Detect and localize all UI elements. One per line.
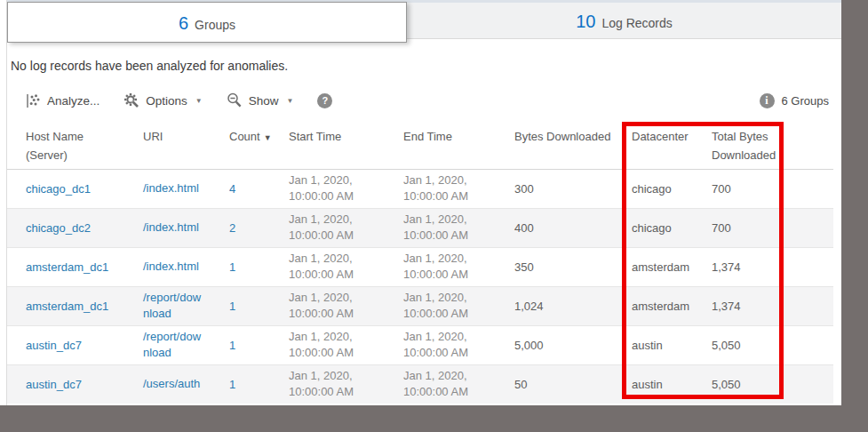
col-header-host[interactable]: Host Name (Server) xyxy=(7,122,143,169)
table-row: amsterdam_dc1 /report/download 1 Jan 1, … xyxy=(7,286,833,325)
count-link[interactable]: 1 xyxy=(229,339,235,352)
total-bytes-cell: 1,374 xyxy=(712,286,833,325)
show-label: Show xyxy=(249,94,279,108)
bytes-cell: 350 xyxy=(514,247,632,286)
bytes-cell: 5,000 xyxy=(514,325,632,364)
tab-bar: 10 Log Records 6 Groups xyxy=(7,0,841,43)
groups-label: Groups xyxy=(195,18,235,32)
datacenter-cell: austin xyxy=(632,364,712,404)
uri-link[interactable]: /users/auth xyxy=(143,376,200,392)
sort-descending-icon[interactable]: ▼ xyxy=(264,133,272,142)
uri-link[interactable]: /index.html xyxy=(143,259,199,275)
log-records-label: Log Records xyxy=(601,16,672,30)
options-button[interactable]: Options ▼ xyxy=(123,92,202,108)
end-time-cell: Jan 1, 2020,10:00:00 AM xyxy=(403,364,514,404)
table-header-row: Host Name (Server) URI Count▼ Start Time… xyxy=(7,122,833,169)
col-header-uri[interactable]: URI xyxy=(143,122,229,169)
uri-link[interactable]: /index.html xyxy=(143,220,199,236)
bytes-cell: 1,024 xyxy=(514,286,632,325)
groups-summary: 6 Groups xyxy=(782,94,829,108)
end-time-cell: Jan 1, 2020,10:00:00 AM xyxy=(403,208,514,247)
start-time-cell: Jan 1, 2020,10:00:00 AM xyxy=(289,169,403,208)
count-link[interactable]: 1 xyxy=(229,300,235,313)
table-toolbar: Analyze... xyxy=(7,87,841,114)
start-time-cell: Jan 1, 2020,10:00:00 AM xyxy=(289,364,403,404)
uri-link[interactable]: /report/download xyxy=(143,329,203,361)
end-time-cell: Jan 1, 2020,10:00:00 AM xyxy=(403,325,514,364)
table-row: austin_dc7 /users/auth 1 Jan 1, 2020,10:… xyxy=(7,364,833,404)
datacenter-cell: austin xyxy=(632,325,712,364)
bytes-cell: 50 xyxy=(514,364,632,404)
end-time-cell: Jan 1, 2020,10:00:00 AM xyxy=(403,169,514,208)
table-row: amsterdam_dc1 /index.html 1 Jan 1, 2020,… xyxy=(7,247,833,286)
uri-link[interactable]: /index.html xyxy=(143,180,199,196)
toolbar-right-group: i 6 Groups xyxy=(760,93,829,108)
show-button[interactable]: Show ▼ xyxy=(227,92,294,108)
gear-icon xyxy=(123,92,139,108)
table-row: chicago_dc1 /index.html 4 Jan 1, 2020,10… xyxy=(7,169,833,208)
desktop-edge-right xyxy=(841,0,868,432)
analyze-button[interactable]: Analyze... xyxy=(26,93,100,108)
count-link[interactable]: 4 xyxy=(229,182,235,196)
total-bytes-cell: 700 xyxy=(712,208,833,247)
total-bytes-cell: 700 xyxy=(712,169,833,208)
log-analytics-screen: 10 Log Records 6 Groups No log records h… xyxy=(0,0,868,432)
total-bytes-cell: 1,374 xyxy=(712,247,833,286)
start-time-cell: Jan 1, 2020,10:00:00 AM xyxy=(289,286,403,325)
show-caret-icon: ▼ xyxy=(287,97,294,105)
bytes-cell: 400 xyxy=(514,208,632,247)
bytes-cell: 300 xyxy=(514,169,632,208)
groups-table: Host Name (Server) URI Count▼ Start Time… xyxy=(7,122,833,404)
col-header-start-time[interactable]: Start Time xyxy=(289,122,403,169)
col-header-end-time[interactable]: End Time xyxy=(403,122,514,169)
col-header-total-bytes[interactable]: Total Bytes Downloaded xyxy=(712,122,833,169)
host-link[interactable]: austin_dc7 xyxy=(26,339,82,352)
tab-groups[interactable]: 6 Groups xyxy=(7,2,407,43)
total-bytes-cell: 5,050 xyxy=(712,364,833,404)
table-row: chicago_dc2 /index.html 2 Jan 1, 2020,10… xyxy=(7,208,833,247)
col-header-datacenter[interactable]: Datacenter xyxy=(632,122,712,169)
anomalies-message: No log records have been analyzed for an… xyxy=(11,58,841,75)
datacenter-cell: chicago xyxy=(632,169,712,208)
datacenter-cell: chicago xyxy=(632,208,712,247)
start-time-cell: Jan 1, 2020,10:00:00 AM xyxy=(289,208,403,247)
count-link[interactable]: 1 xyxy=(229,260,235,274)
col-header-bytes[interactable]: Bytes Downloaded xyxy=(514,122,632,169)
info-icon[interactable]: i xyxy=(760,93,775,108)
desktop-edge-bottom xyxy=(0,405,868,432)
options-label: Options xyxy=(146,94,187,108)
count-link[interactable]: 2 xyxy=(229,221,235,235)
uri-link[interactable]: /report/download xyxy=(143,290,203,322)
datacenter-cell: amsterdam xyxy=(632,286,712,325)
end-time-cell: Jan 1, 2020,10:00:00 AM xyxy=(403,286,514,325)
datacenter-cell: amsterdam xyxy=(632,247,712,286)
toolbar-left-group: Analyze... xyxy=(26,92,332,108)
end-time-cell: Jan 1, 2020,10:00:00 AM xyxy=(403,247,514,286)
total-bytes-cell: 5,050 xyxy=(712,325,833,364)
col-header-count[interactable]: Count▼ xyxy=(229,122,289,169)
help-icon[interactable]: ? xyxy=(317,93,332,108)
groups-count: 6 xyxy=(179,13,188,34)
count-link[interactable]: 1 xyxy=(229,378,235,391)
host-link[interactable]: amsterdam_dc1 xyxy=(26,300,108,313)
scatter-chart-icon xyxy=(26,93,41,108)
host-link[interactable]: chicago_dc2 xyxy=(26,221,91,235)
start-time-cell: Jan 1, 2020,10:00:00 AM xyxy=(289,325,403,364)
host-link[interactable]: austin_dc7 xyxy=(26,378,82,391)
host-link[interactable]: amsterdam_dc1 xyxy=(26,260,108,274)
groups-panel: 10 Log Records 6 Groups No log records h… xyxy=(6,0,841,405)
start-time-cell: Jan 1, 2020,10:00:00 AM xyxy=(289,247,403,286)
options-caret-icon: ▼ xyxy=(195,97,203,105)
analyze-label: Analyze... xyxy=(47,94,100,108)
log-records-count: 10 xyxy=(576,12,595,32)
table-row: austin_dc7 /report/download 1 Jan 1, 202… xyxy=(7,325,833,364)
zoom-out-icon xyxy=(227,92,243,108)
tab-log-records[interactable]: 10 Log Records xyxy=(407,3,841,39)
host-link[interactable]: chicago_dc1 xyxy=(26,182,91,196)
